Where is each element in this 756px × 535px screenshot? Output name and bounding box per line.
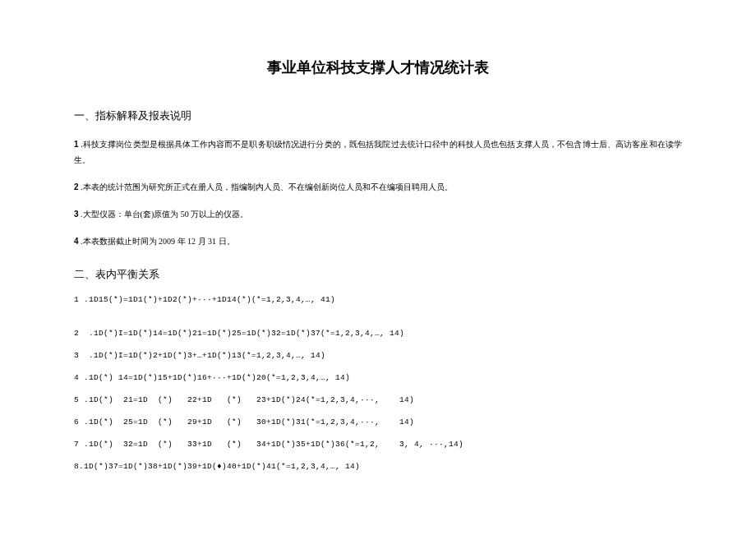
section1-heading: 一、指标解释及报表说明 [74,108,682,123]
section1-item-2: 2 .本表的统计范围为研究所正式在册人员，指编制内人员、不在编创新岗位人员和不在… [74,179,682,195]
section2-heading: 二、表内平衡关系 [74,267,682,282]
formula-2: 2 .1D(*)I=1D(*)14=1D(*)21=1D(*)25=1D(*)3… [74,329,682,338]
formula-8: 8.1D(*)37=1D(*)38+1D(*)39+1D(♦)40+1D(*)4… [74,462,682,471]
formula-6: 6 .1D(*) 25=1D (*) 29+1D (*) 30+1D(*)31(… [74,417,682,427]
section1-item-4: 4 .本表数据截止时间为 2009 年 12 月 31 日。 [74,233,682,249]
section1-item-1: 1 .科技支撑岗位类型是根据具体工作内容而不是职务职级情况进行分类的，既包括我院… [74,136,682,168]
formula-3: 3 .1D(*)I=1D(*)2+1D(*)3+…+1D(*)13(*=1,2,… [74,351,682,360]
formula-1: 1 .1D15(*)=1D1(*)+1D2(*)+···+1D14(*)(*=1… [74,295,682,304]
section1-item-3: 3 .大型仪器：单台(套)原值为 50 万以上的仪器。 [74,206,682,222]
item-text: .科技支撑岗位类型是根据具体工作内容而不是职务职级情况进行分类的，既包括我院过去… [74,140,682,164]
item-text: .大型仪器：单台(套)原值为 50 万以上的仪器。 [79,210,249,219]
page-title: 事业单位科技支撑人才情况统计表 [74,58,682,77]
item-text: .本表数据截止时间为 2009 年 12 月 31 日。 [79,237,235,246]
formula-7: 7 .1D(*) 32=1D (*) 33+1D (*) 34+1D(*)35+… [74,440,682,449]
formula-4: 4 .1D(*) 14=1D(*)15+1D(*)16+···+1D(*)20(… [74,373,682,382]
formula-5: 5 .1D(*) 21=1D (*) 22+1D (*) 23+1D(*)24(… [74,395,682,404]
item-text: .本表的统计范围为研究所正式在册人员，指编制内人员、不在编创新岗位人员和不在编项… [79,182,453,191]
